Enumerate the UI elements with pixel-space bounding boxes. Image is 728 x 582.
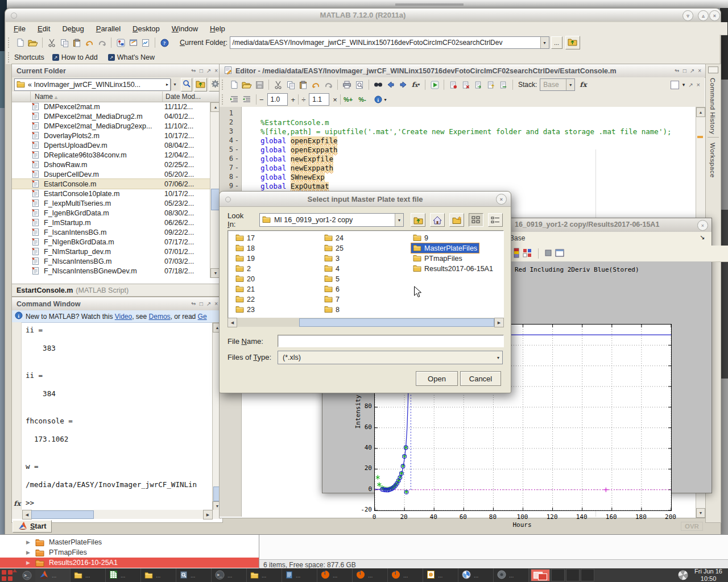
code-line[interactable]: global SWnewExp (260, 173, 325, 181)
tree-row[interactable]: ▶PTmapFiles (0, 547, 259, 558)
up-folder-button[interactable] (565, 36, 580, 49)
expand-icon[interactable]: ▶ (26, 550, 30, 555)
increase-button[interactable]: + (291, 95, 296, 104)
expand-icon[interactable]: ▶ (26, 560, 30, 566)
icon-bp1[interactable] (447, 78, 460, 91)
cancel-button[interactable]: Cancel (460, 371, 501, 386)
folder-item[interactable]: 19 (234, 253, 257, 263)
folder-item[interactable]: Results2017-06-15A1 (411, 264, 495, 273)
file-name[interactable]: F_IexpMultiTseries.m (44, 199, 161, 207)
icon-redo[interactable] (322, 78, 334, 91)
menu-help[interactable]: Help (210, 24, 225, 33)
menu-desktop[interactable]: Desktop (133, 24, 160, 33)
value-field-1[interactable]: 1.0 (267, 93, 288, 106)
info-icon[interactable]: i (372, 93, 384, 106)
task-firefox[interactable]: ... (317, 568, 353, 582)
file-row[interactable]: F_IscanIntensBG.m09/22/2... (12, 227, 210, 237)
folder-item[interactable]: PTmapFiles (411, 253, 464, 263)
comment-icon[interactable]: %+ (344, 96, 353, 103)
folder-item[interactable]: 2 (234, 264, 253, 273)
code-line[interactable]: %EstartConsole.m (260, 118, 329, 127)
dock-icon[interactable] (708, 66, 718, 73)
breadcrumb[interactable]: « InovImager_jwrCF_WINLinx150... ▸ (14, 78, 171, 91)
new-window-icon[interactable] (555, 249, 564, 259)
icon-fxd[interactable]: fx▾ (410, 78, 422, 91)
icon-bp4[interactable] (485, 78, 497, 91)
file-name[interactable]: F_IgenBkGrdData.m (44, 209, 161, 217)
icon-save[interactable] (253, 78, 266, 91)
minimize-button[interactable]: ▿ (682, 10, 693, 21)
icon-paste[interactable] (297, 78, 309, 91)
icon-undo[interactable] (309, 78, 322, 91)
task-impress[interactable]: ... (423, 568, 458, 582)
task-blue-doc[interactable]: ... (282, 568, 317, 582)
breadcrumb-expand-icon[interactable]: ▸ (166, 82, 170, 87)
file-row[interactable]: EstartConsole10plate.m10/17/2... (12, 189, 210, 198)
icon-fwd[interactable] (397, 78, 410, 91)
icon-find[interactable] (372, 78, 384, 91)
clock[interactable]: Fri Jun 16 10:50 (694, 568, 722, 582)
code-line[interactable]: global newExpfile (260, 155, 333, 163)
tree-row[interactable]: ▶MasterPlateFiles (0, 537, 259, 547)
code-line[interactable]: global newExppath (260, 164, 333, 172)
toolbar-handle[interactable] (8, 38, 11, 48)
folder-item[interactable]: 20 (234, 274, 257, 284)
files-of-type-combo[interactable]: (*.xls) ▾ (278, 351, 503, 364)
task-gray-circle[interactable]: ... (494, 568, 529, 582)
matlab-titlebar[interactable]: MATLAB 7.12.0 (R2011a) ▿ ▵ × (5, 9, 721, 22)
task-terminal[interactable]: >_... (212, 568, 247, 582)
file-row[interactable]: F_ImStartup.m06/26/2... (12, 218, 210, 227)
file-name[interactable]: F_NIscanIntensBGnewDev.m (44, 267, 161, 275)
pager-desktop[interactable] (551, 569, 565, 581)
browse-folder-button[interactable]: ... (551, 36, 562, 49)
maximize-icon[interactable]: □ (200, 301, 203, 307)
dialog-titlebar[interactable]: Select input Master Plate text file × (220, 192, 511, 207)
code-line[interactable]: %[file,path] = uiputfile('.mat','Create … (260, 127, 671, 136)
toolbar-handle[interactable] (8, 52, 11, 63)
icon-cut[interactable] (46, 36, 58, 49)
code-line[interactable]: global ExpOutmat (260, 182, 329, 190)
file-details-bar[interactable]: EstartConsole.m (MATLAB Script) ▴ (12, 284, 230, 296)
resize-corner-icon[interactable]: ↘ (700, 234, 705, 241)
folder-item[interactable]: 9 (411, 233, 430, 243)
file-row[interactable]: F_IexpMultiTseries.m05/23/2... (12, 198, 210, 208)
file-row[interactable]: DsuperCellDev.m05/20/2... (12, 169, 210, 179)
menu-debug[interactable]: Debug (62, 24, 84, 33)
task-folder[interactable]: ... (247, 568, 282, 582)
home-button[interactable] (430, 213, 445, 227)
folder-item[interactable]: 8 (322, 305, 341, 314)
expand-icon[interactable]: ▶ (26, 539, 30, 545)
close-icon[interactable]: × (214, 301, 218, 307)
code-line[interactable]: global openExpfile (260, 136, 337, 145)
current-folder-combo[interactable]: /media/data/EASY/InovImager_jwrCF_WINLin… (230, 36, 549, 49)
scroll-right-icon[interactable]: ▶ (203, 510, 213, 519)
name-column-header[interactable]: Name (35, 93, 53, 101)
close-icon[interactable]: × (214, 68, 218, 74)
close-button[interactable]: × (496, 194, 507, 205)
menu-edit[interactable]: Edit (38, 24, 50, 33)
pager-desktop[interactable] (566, 569, 580, 581)
dock-icon[interactable]: ↬ (675, 68, 679, 74)
file-row[interactable]: EstartConsole.m07/06/2... (12, 179, 210, 189)
banner-link[interactable]: Demos (149, 313, 171, 321)
folder-item[interactable]: 17 (234, 233, 257, 243)
file-name[interactable]: DReplicate96to384conv.m (44, 151, 161, 159)
command-window-titlebar[interactable]: Command Window ↬□↗× (12, 297, 222, 311)
folder-item[interactable]: 6 (322, 284, 341, 294)
divide-button[interactable]: ÷ (301, 95, 305, 104)
colormap-icon[interactable] (514, 248, 519, 260)
maximize-button[interactable]: ▵ (698, 10, 709, 21)
new-folder-button[interactable] (449, 213, 464, 227)
task-firefox[interactable]: ... (353, 568, 388, 582)
file-name[interactable]: F_IscanIntensBG.m (44, 228, 161, 236)
console-prompt[interactable]: >> (26, 498, 34, 508)
file-name[interactable]: F_ImStartup.m (44, 219, 161, 227)
toolbar-handle[interactable] (222, 80, 225, 90)
up-folder-button[interactable] (411, 213, 425, 227)
inspector-icon[interactable] (545, 250, 552, 258)
folder-item[interactable]: 5 (322, 274, 341, 284)
undock-icon[interactable]: ↗ (688, 82, 693, 88)
next-cell-icon[interactable] (241, 93, 253, 106)
scroll-right-icon[interactable]: ▶ (494, 318, 504, 327)
tab-workspace[interactable]: Workspace (709, 143, 716, 178)
